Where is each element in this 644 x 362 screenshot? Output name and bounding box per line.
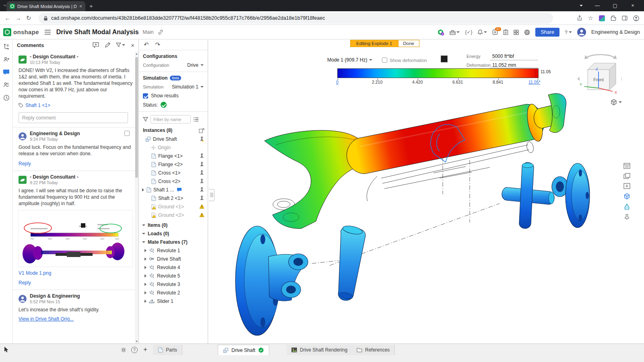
window-minimize-button[interactable]: — bbox=[589, 0, 605, 11]
comments-scrollbar[interactable]: ▲ ▼ bbox=[135, 51, 138, 343]
pointer-mode-icon[interactable] bbox=[3, 346, 9, 353]
comment-part-tag[interactable]: Shaft 1 <1> bbox=[25, 103, 50, 108]
list-view-icon[interactable] bbox=[193, 117, 199, 122]
share-link-icon[interactable] bbox=[158, 29, 163, 35]
pin-panel-icon[interactable] bbox=[624, 214, 630, 220]
expand-chevron-icon[interactable] bbox=[144, 274, 147, 278]
share-page-icon[interactable] bbox=[577, 15, 582, 21]
instance-row-shaft-2[interactable]: Shaft 2 <1> bbox=[139, 194, 208, 202]
tab-search-icon[interactable] bbox=[3, 5, 6, 6]
reload-button[interactable]: ↻ bbox=[23, 14, 34, 22]
mate-connector-icon[interactable] bbox=[199, 195, 204, 201]
mate-connector-icon[interactable] bbox=[199, 187, 204, 192]
extensions-puzzle-icon[interactable] bbox=[611, 15, 616, 21]
scale-max-tick-label[interactable]: 11.05* bbox=[528, 80, 541, 84]
instance-row-flange-1[interactable]: Flange <1> bbox=[139, 152, 208, 160]
mate-row-revolute-2[interactable]: Revolute 2 bbox=[139, 288, 208, 297]
tab-drive-shaft[interactable]: Drive Shaft bbox=[218, 345, 269, 355]
mode-dropdown[interactable]: Mode 1 (909.7 Hz) bbox=[327, 57, 372, 63]
side-panel-icon[interactable] bbox=[622, 16, 627, 21]
settings-gear-icon[interactable] bbox=[121, 347, 126, 353]
mate-row-revolute-4[interactable]: Revolute 4 bbox=[139, 263, 208, 272]
energy-value[interactable]: 5000 ft*lbf bbox=[492, 53, 514, 59]
tab-references[interactable]: References bbox=[352, 345, 395, 355]
mate-row-slider-1[interactable]: Slider 1 bbox=[139, 297, 208, 305]
simulation-logo-icon[interactable] bbox=[438, 29, 444, 36]
resolve-checkbox[interactable] bbox=[124, 131, 130, 136]
warning-anchor-icon[interactable] bbox=[199, 212, 204, 218]
layers-panel-icon[interactable] bbox=[623, 173, 630, 179]
reply-input[interactable] bbox=[19, 112, 128, 123]
instance-row-flange-2[interactable]: Flange <2> bbox=[139, 160, 208, 169]
tab-close-icon[interactable]: × bbox=[79, 4, 82, 9]
appearance-panel-icon[interactable] bbox=[624, 204, 630, 210]
comment-bubble-icon[interactable] bbox=[177, 187, 182, 192]
mate-features-section-header[interactable]: Mate Features (7) bbox=[139, 238, 208, 246]
user-avatar[interactable] bbox=[577, 28, 586, 37]
hamburger-menu-icon[interactable] bbox=[45, 30, 51, 35]
window-menu-chevron-icon[interactable] bbox=[573, 0, 589, 11]
instance-row-cross-2[interactable]: Cross <2> bbox=[139, 177, 208, 185]
follow-mode-icon[interactable] bbox=[3, 56, 10, 63]
copy-panel-icon[interactable] bbox=[623, 183, 630, 189]
new-comment-icon[interactable] bbox=[93, 42, 99, 48]
history-clock-icon[interactable] bbox=[3, 95, 10, 101]
resolve-pen-icon[interactable] bbox=[105, 42, 110, 48]
instance-row-ground-2[interactable]: Ground <2> bbox=[139, 211, 208, 219]
app-grid-icon[interactable] bbox=[514, 30, 519, 35]
show-deformation-checkbox[interactable] bbox=[382, 58, 387, 63]
expand-chevron-icon[interactable] bbox=[144, 300, 147, 303]
comment-attachment-image[interactable] bbox=[18, 210, 133, 267]
mate-row-drive-shaft[interactable]: Drive Shaft bbox=[139, 255, 208, 263]
filter-input[interactable] bbox=[151, 115, 191, 123]
window-close-button[interactable]: × bbox=[625, 0, 641, 11]
tab-drive-shaft-rendering[interactable]: Drive Shaft Rendering bbox=[287, 345, 353, 355]
help-menu[interactable]: ? bbox=[565, 29, 572, 35]
back-button[interactable]: ← bbox=[2, 14, 13, 21]
reply-link[interactable]: Reply bbox=[19, 161, 133, 167]
view-cube[interactable]: Front Z X Y bbox=[576, 49, 622, 100]
browser-tab[interactable]: Drive Shaft Modal Analysis | Driv × bbox=[6, 1, 85, 11]
list-panel-icon[interactable] bbox=[623, 163, 630, 169]
share-button[interactable]: Share bbox=[535, 28, 559, 37]
show-results-checkbox[interactable] bbox=[143, 93, 148, 99]
expand-chevron-icon[interactable] bbox=[142, 188, 144, 191]
configuration-dropdown[interactable]: Drive bbox=[187, 62, 204, 68]
scrollbar-thumb[interactable] bbox=[135, 57, 138, 178]
mate-connector-icon[interactable] bbox=[199, 162, 204, 167]
add-tab-button[interactable]: + bbox=[143, 346, 147, 354]
comments-filter-icon[interactable] bbox=[116, 43, 125, 47]
mate-row-revolute-3[interactable]: Revolute 3 bbox=[139, 280, 208, 288]
scale-min-label[interactable]: 0 bbox=[336, 80, 339, 84]
fix-anchor-icon[interactable] bbox=[199, 136, 204, 142]
expand-chevron-icon[interactable] bbox=[144, 283, 147, 286]
tab-parts[interactable]: Parts bbox=[153, 345, 182, 355]
view-in-document-link[interactable]: View in Drive Shaft Orig... bbox=[19, 316, 133, 322]
insert-instance-icon[interactable] bbox=[199, 128, 204, 133]
comments-panel-icon[interactable] bbox=[3, 69, 10, 75]
cube-panel-icon[interactable] bbox=[623, 193, 630, 200]
branch-name[interactable]: Main bbox=[143, 29, 154, 35]
panel-flyout-handle[interactable] bbox=[209, 189, 215, 201]
simulation-dropdown[interactable]: Simulation 1 bbox=[172, 84, 204, 90]
new-tab-button[interactable]: + bbox=[89, 2, 93, 9]
redo-icon[interactable]: ↷ bbox=[155, 41, 161, 48]
instance-row-drive-shaft[interactable]: Drive Shaft bbox=[139, 135, 208, 143]
instance-row-cross-1[interactable]: Cross <1> bbox=[139, 169, 208, 177]
updates-icon[interactable]: 9+ bbox=[492, 29, 498, 35]
tasks-clipboard-icon[interactable] bbox=[503, 29, 508, 35]
reply-link[interactable]: Reply bbox=[19, 280, 133, 286]
versions-tree-icon[interactable] bbox=[3, 43, 10, 50]
items-section-header[interactable]: Items (0) bbox=[139, 221, 208, 229]
deformation-value[interactable]: 11.052 mm bbox=[492, 62, 516, 68]
mate-connector-icon[interactable] bbox=[199, 153, 204, 158]
forward-button[interactable]: → bbox=[13, 14, 23, 21]
warning-anchor-icon[interactable] bbox=[199, 204, 204, 209]
undo-icon[interactable]: ↶ bbox=[144, 41, 149, 48]
featurescript-check-icon[interactable]: {✓} bbox=[465, 29, 472, 35]
extension-avatar-icon[interactable] bbox=[599, 15, 605, 21]
expand-chevron-icon[interactable] bbox=[144, 291, 147, 294]
expand-chevron-icon[interactable] bbox=[144, 249, 147, 252]
profile-icon[interactable] bbox=[633, 15, 639, 21]
help-circle-icon[interactable]: ? bbox=[131, 347, 138, 353]
